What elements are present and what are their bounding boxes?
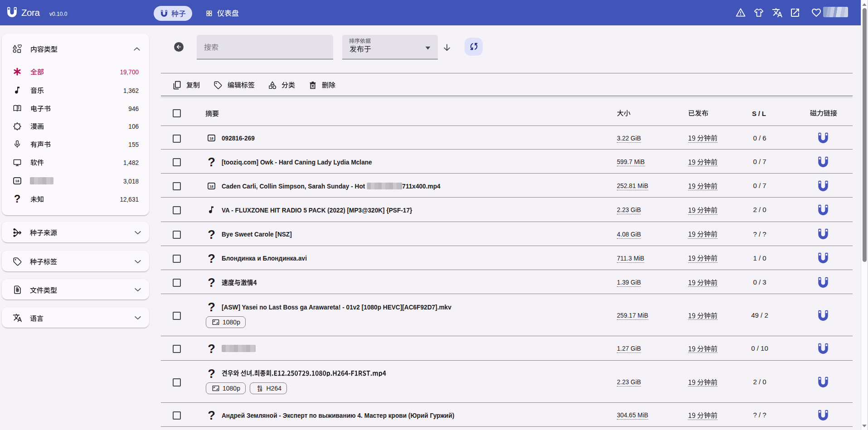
- svg-text:18: 18: [209, 136, 213, 140]
- svg-text:18: 18: [15, 179, 19, 183]
- svg-text:?: ?: [208, 253, 215, 264]
- svg-text:10: 10: [257, 388, 262, 392]
- svg-text:?: ?: [208, 157, 215, 167]
- svg-text:?: ?: [208, 277, 215, 288]
- svg-text:?: ?: [208, 410, 215, 420]
- svg-text:?: ?: [208, 229, 215, 240]
- svg-text:?: ?: [14, 194, 21, 203]
- svg-text:?: ?: [208, 368, 215, 379]
- svg-text:?: ?: [208, 302, 215, 312]
- svg-text:?: ?: [208, 343, 215, 354]
- svg-text:18: 18: [209, 184, 213, 188]
